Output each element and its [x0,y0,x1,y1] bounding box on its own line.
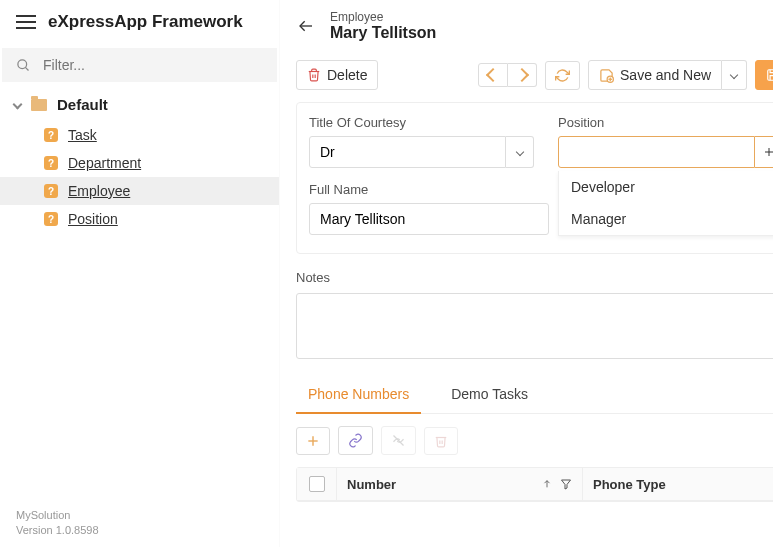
phone-toolbar [296,414,773,467]
field-full-name: Full Name [309,182,549,235]
breadcrumb: Employee Mary Tellitson [330,10,773,42]
entity-icon: ? [44,212,58,226]
add-phone-button[interactable] [296,427,330,455]
tree-group-label: Default [57,96,108,113]
save-new-group: Save and New [588,60,747,90]
checkbox-icon [309,476,325,492]
refresh-button[interactable] [545,61,580,90]
app-root: eXpressApp Framework Default ? Task ? De… [0,0,773,547]
save-icon [766,68,773,82]
breadcrumb-entity: Employee [330,10,773,24]
save-and-new-button[interactable]: Save and New [588,60,722,90]
sort-icon [542,478,552,490]
phone-grid: Number Phone Type [296,467,773,502]
field-title-of-courtesy: Title Of Courtesy [309,115,534,168]
main-header: Employee Mary Tellitson [280,0,773,50]
notes-section: Notes [296,270,773,362]
folder-icon [31,99,47,111]
filter-icon [560,478,572,490]
chevron-down-icon [515,148,523,156]
position-input[interactable] [558,136,755,168]
tree-item-department[interactable]: ? Department [0,149,279,177]
search-icon [16,58,31,73]
grid-header: Number Phone Type [297,468,773,501]
chevron-down-icon [13,100,23,110]
detail-tabs: Phone Numbers Demo Tasks [296,376,773,414]
delete-label: Delete [327,67,367,83]
tree-item-label: Employee [68,183,130,199]
save-button[interactable]: Save [755,60,773,90]
position-option-manager[interactable]: Manager [559,203,773,235]
col-label: Phone Type [593,477,666,492]
page-title: Mary Tellitson [330,24,773,42]
full-name-input[interactable] [309,203,549,235]
entity-icon: ? [44,128,58,142]
entity-icon: ? [44,156,58,170]
entity-icon: ? [44,184,58,198]
footer-version: Version 1.0.8598 [16,523,263,537]
chevron-left-icon [486,68,500,82]
sidebar-header: eXpressApp Framework [0,0,279,44]
sidebar-footer: MySolution Version 1.0.8598 [0,498,279,547]
svg-marker-16 [562,480,571,489]
plus-icon [306,434,320,448]
tree-group-default[interactable]: Default [0,88,279,121]
main: Employee Mary Tellitson Delete [280,0,773,547]
delete-button[interactable]: Delete [296,60,378,90]
unlink-phone-button[interactable] [381,426,416,455]
footer-solution: MySolution [16,508,263,522]
position-option-developer[interactable]: Developer [559,171,773,203]
position-dropdown-panel: Developer Manager [558,171,773,236]
tree-item-task[interactable]: ? Task [0,121,279,149]
hamburger-icon[interactable] [16,15,36,29]
grid-select-all[interactable] [297,468,337,500]
col-label: Number [347,477,396,492]
svg-line-1 [25,67,28,70]
sidebar: eXpressApp Framework Default ? Task ? De… [0,0,280,547]
field-label: Title Of Courtesy [309,115,534,130]
save-new-icon [599,68,614,83]
arrow-left-icon [296,18,316,34]
form-card: Title Of Courtesy Position [296,102,773,254]
grid-col-number[interactable]: Number [337,468,583,500]
tree-item-label: Position [68,211,118,227]
nav-buttons [478,63,537,87]
filter-input[interactable] [41,56,263,74]
notes-label: Notes [296,270,773,285]
tab-demo-tasks[interactable]: Demo Tasks [439,376,540,413]
back-button[interactable] [296,18,316,34]
next-button[interactable] [508,63,537,87]
tree-item-position[interactable]: ? Position [0,205,279,233]
field-label: Full Name [309,182,549,197]
position-add-button[interactable] [755,136,773,168]
svg-point-0 [18,59,27,68]
content: Title Of Courtesy Position [280,102,773,547]
brand-title: eXpressApp Framework [48,12,243,32]
notes-textarea[interactable] [296,293,773,359]
chevron-down-icon [730,71,738,79]
toolbar: Delete Save and New Save [280,50,773,102]
trash-icon [307,68,321,82]
save-new-dropdown[interactable] [722,60,747,90]
save-new-label: Save and New [620,67,711,83]
filter-box[interactable] [2,48,277,82]
delete-phone-button[interactable] [424,427,458,455]
tree-item-employee[interactable]: ? Employee [0,177,279,205]
link-phone-button[interactable] [338,426,373,455]
tree-item-label: Task [68,127,97,143]
grid-col-phone-type[interactable]: Phone Type [583,468,773,500]
link-icon [348,433,363,448]
refresh-icon [555,68,570,83]
title-of-courtesy-input[interactable] [309,136,506,168]
tab-phone-numbers[interactable]: Phone Numbers [296,376,421,414]
chevron-right-icon [515,68,529,82]
tree-item-label: Department [68,155,141,171]
trash-icon [434,434,448,448]
prev-button[interactable] [478,63,508,87]
unlink-icon [391,433,406,448]
field-position: Position Developer Manager [558,115,773,168]
title-of-courtesy-dropdown-toggle[interactable] [506,136,534,168]
plus-icon [763,146,773,158]
field-label: Position [558,115,773,130]
